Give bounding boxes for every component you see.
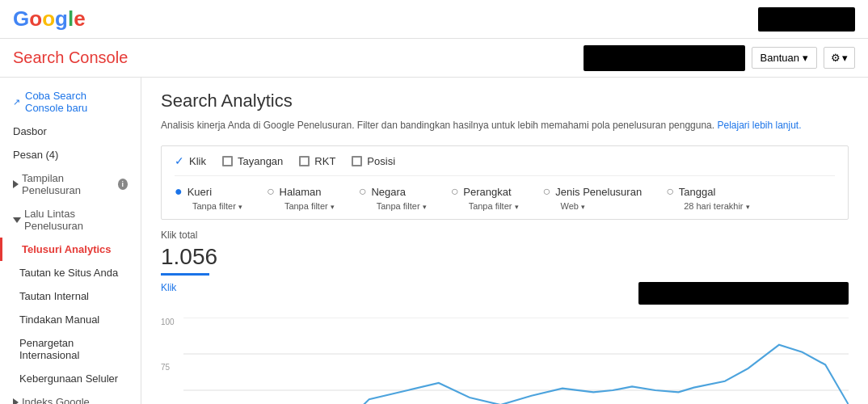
- radio-empty-icon-5: ○: [666, 184, 674, 199]
- group-perangkat: ○ Perangkat Tanpa filter ▾: [451, 184, 519, 211]
- collapse-icon-2: [13, 398, 19, 405]
- dropdown-arrow-6: ▾: [746, 203, 750, 211]
- info-icon: i: [118, 179, 128, 190]
- group-row: ● Kueri Tanpa filter ▾ ○ Halaman Tanpa f…: [175, 184, 835, 211]
- line-chart: [183, 318, 849, 404]
- group-halaman: ○ Halaman Tanpa filter ▾: [267, 184, 335, 211]
- group-jenis-label[interactable]: ○ Jenis Penelusuran: [543, 184, 643, 199]
- group-jenis-penelusuran: ○ Jenis Penelusuran Web ▾: [543, 184, 643, 211]
- group-tanggal-label[interactable]: ○ Tanggal: [666, 184, 749, 199]
- stats-section: Klik total 1.056: [161, 229, 849, 276]
- chart-overlay-box: [638, 282, 849, 305]
- app-title: Search Console: [13, 48, 128, 67]
- klik-total-label: Klik total: [161, 229, 849, 241]
- group-negara-label[interactable]: ○ Negara: [359, 184, 427, 199]
- sidebar-item-indeks-google[interactable]: Indeks Google: [0, 390, 141, 404]
- bantuan-label: Bantuan: [761, 52, 799, 64]
- filter-rkt[interactable]: RKT: [299, 155, 335, 167]
- dropdown-arrow-3: ▾: [423, 203, 427, 211]
- sidebar-item-tampilan[interactable]: Tampilan Penelusuran i: [0, 166, 141, 202]
- app-layout: ↗ Coba Search Console baru Dasbor Pesan …: [0, 78, 868, 404]
- group-negara: ○ Negara Tanpa filter ▾: [359, 184, 427, 211]
- expand-icon: [13, 217, 21, 223]
- halaman-filter-dropdown[interactable]: Tanpa filter ▾: [267, 201, 335, 211]
- checkmark-icon: ✓: [175, 154, 184, 167]
- filter-tayangan[interactable]: Tayangan: [222, 155, 283, 167]
- group-kueri-label[interactable]: ● Kueri: [175, 184, 242, 199]
- tanggal-filter-dropdown[interactable]: 28 hari terakhir ▾: [666, 201, 749, 211]
- radio-selected-icon: ●: [175, 184, 183, 199]
- main-header: Google: [0, 0, 868, 39]
- group-kueri: ● Kueri Tanpa filter ▾: [175, 184, 242, 211]
- filter-posisi[interactable]: Posisi: [352, 155, 395, 167]
- group-perangkat-label[interactable]: ○ Perangkat: [451, 184, 519, 199]
- y-axis-labels: 100 75 50 25: [161, 318, 175, 404]
- sidebar-item-tindakan-manual[interactable]: Tindakan Manual: [0, 308, 141, 331]
- dropdown-arrow-2: ▾: [331, 203, 335, 211]
- sidebar-item-dasbor[interactable]: Dasbor: [0, 120, 141, 143]
- dropdown-arrow-5: ▾: [581, 203, 585, 211]
- gear-icon: ⚙: [831, 52, 841, 64]
- sidebar-item-coba[interactable]: ↗ Coba Search Console baru: [0, 84, 141, 120]
- sub-header: Search Console Bantuan ▾ ⚙ ▾: [0, 39, 868, 78]
- google-logo: Google: [13, 6, 86, 32]
- group-tanggal: ○ Tanggal 28 hari terakhir ▾: [666, 184, 749, 211]
- main-content: Search Analytics Analisis kinerja Anda d…: [141, 78, 868, 404]
- search-property-selector[interactable]: [584, 45, 745, 71]
- sidebar-item-telusuri-analytics[interactable]: Telusuri Analytics: [0, 238, 141, 261]
- klik-total-value: 1.056: [161, 244, 849, 270]
- radio-empty-icon-4: ○: [543, 184, 551, 199]
- page-description: Analisis kinerja Anda di Google Penelusu…: [161, 118, 849, 133]
- sidebar-item-kebergunaan[interactable]: Kebergunaan Seluler: [0, 367, 141, 390]
- chart-inner: [183, 318, 849, 404]
- sidebar: ↗ Coba Search Console baru Dasbor Pesan …: [0, 78, 141, 404]
- pesan-label: Pesan (4): [13, 149, 58, 161]
- external-link-icon: ↗: [13, 97, 20, 107]
- jenis-filter-dropdown[interactable]: Web ▾: [543, 201, 643, 211]
- page-title: Search Analytics: [161, 90, 849, 112]
- filter-checkbox-row: ✓ Klik Tayangan RKT Posisi: [175, 154, 835, 176]
- radio-empty-icon-2: ○: [359, 184, 367, 199]
- klik-underline: [161, 273, 209, 276]
- checkbox-tayangan: [222, 156, 233, 166]
- bantuan-arrow: ▾: [803, 52, 808, 64]
- negara-filter-dropdown[interactable]: Tanpa filter ▾: [359, 201, 427, 211]
- perangkat-filter-dropdown[interactable]: Tanpa filter ▾: [451, 201, 519, 211]
- collapse-icon: [13, 180, 19, 188]
- dasbor-label: Dasbor: [13, 125, 47, 137]
- sidebar-item-tautan-ke-situs[interactable]: Tautan ke Situs Anda: [0, 261, 141, 284]
- radio-empty-icon: ○: [267, 184, 275, 199]
- chart-area: Klik 100 75 50 25: [161, 282, 849, 404]
- group-halaman-label[interactable]: ○ Halaman: [267, 184, 335, 199]
- gear-arrow: ▾: [842, 52, 848, 64]
- sidebar-item-penargetan[interactable]: Penargetan Internasional: [0, 331, 141, 367]
- sidebar-item-pesan[interactable]: Pesan (4): [0, 143, 141, 166]
- header-right: [758, 7, 855, 32]
- pelajari-link[interactable]: Pelajari lebih lanjut.: [717, 120, 801, 131]
- dropdown-arrow-4: ▾: [515, 203, 519, 211]
- filter-section: ✓ Klik Tayangan RKT Posisi: [161, 145, 849, 220]
- kueri-filter-dropdown[interactable]: Tanpa filter ▾: [175, 201, 242, 211]
- sub-header-right: Bantuan ▾ ⚙ ▾: [584, 45, 855, 71]
- radio-empty-icon-3: ○: [451, 184, 459, 199]
- filter-klik[interactable]: ✓ Klik: [175, 154, 206, 167]
- dropdown-arrow: ▾: [238, 203, 242, 211]
- checkbox-posisi: [352, 156, 362, 166]
- bantuan-button[interactable]: Bantuan ▾: [752, 47, 817, 69]
- sidebar-item-tautan-internal[interactable]: Tautan Internal: [0, 284, 141, 308]
- user-account-box[interactable]: [758, 7, 855, 32]
- chart-container: 100 75 50 25: [161, 318, 849, 404]
- gear-settings-button[interactable]: ⚙ ▾: [824, 47, 855, 69]
- checkbox-rkt: [299, 156, 310, 166]
- sidebar-item-lalu-lintas[interactable]: Lalu Lintas Penelusuran: [0, 202, 141, 238]
